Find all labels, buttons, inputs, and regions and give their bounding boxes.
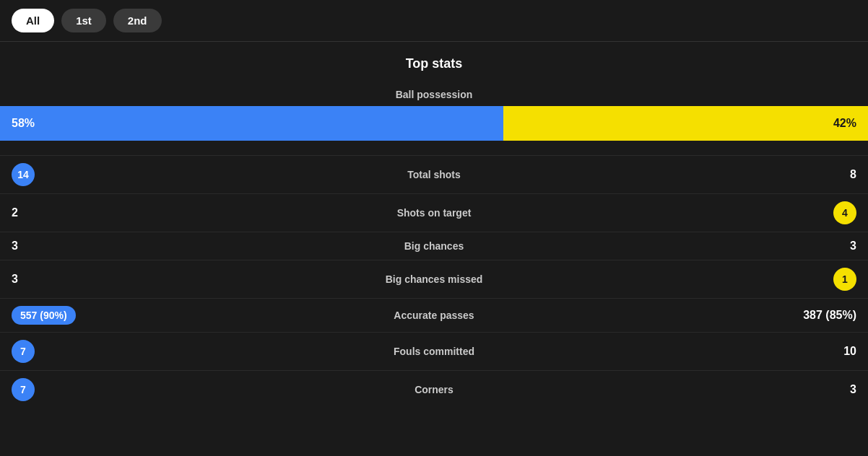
right-badge-yellow: 4: [833, 201, 856, 224]
stats-content: Top stats Ball possession 58% 42% 14Tota…: [0, 42, 868, 423]
possession-yellow-bar: 42%: [503, 106, 868, 141]
second-period-button[interactable]: 2nd: [113, 9, 162, 32]
right-badge-yellow: 1: [833, 268, 856, 291]
stat-row: 3Big chances missed1: [0, 260, 868, 298]
possession-blue-value: 58%: [12, 117, 35, 130]
stat-left-4: 557 (90%): [12, 306, 156, 325]
possession-yellow-value: 42%: [833, 117, 856, 130]
stat-left-5: 7: [12, 340, 156, 363]
stat-row: 557 (90%)Accurate passes387 (85%): [0, 298, 868, 332]
first-period-button[interactable]: 1st: [61, 9, 106, 32]
stat-label-2: Big chances: [156, 240, 712, 252]
possession-blue-bar: 58%: [0, 106, 503, 141]
possession-bar: 58% 42%: [0, 106, 868, 141]
stat-row: 3Big chances3: [0, 232, 868, 260]
period-filter-bar: All 1st 2nd: [0, 0, 868, 42]
stats-list: 14Total shots82Shots on target43Big chan…: [0, 155, 868, 408]
possession-label: Ball possession: [0, 89, 868, 100]
left-badge-blue: 7: [12, 378, 35, 401]
stat-row: 7Fouls committed10: [0, 332, 868, 370]
stat-row: 7Corners3: [0, 370, 868, 408]
stat-label-6: Corners: [156, 384, 712, 395]
left-badge-blue: 14: [12, 163, 35, 186]
stat-right-0: 8: [712, 168, 856, 181]
stat-label-1: Shots on target: [156, 207, 712, 219]
stat-row: 14Total shots8: [0, 155, 868, 193]
right-plain-value: 387 (85%): [803, 309, 856, 322]
stat-right-2: 3: [712, 240, 856, 253]
left-badge-blue: 7: [12, 340, 35, 363]
stat-right-4: 387 (85%): [712, 309, 856, 322]
all-period-button[interactable]: All: [12, 9, 54, 32]
right-plain-value: 10: [843, 345, 856, 358]
left-plain-value: 2: [12, 206, 18, 219]
stat-left-0: 14: [12, 163, 156, 186]
right-plain-value: 8: [850, 168, 856, 181]
left-plain-value: 3: [12, 273, 18, 286]
stat-right-5: 10: [712, 345, 856, 358]
stat-left-3: 3: [12, 273, 156, 286]
left-badge-blue-wide: 557 (90%): [12, 306, 76, 325]
stat-label-5: Fouls committed: [156, 346, 712, 357]
stat-right-1: 4: [712, 201, 856, 224]
right-plain-value: 3: [850, 240, 856, 253]
stat-left-1: 2: [12, 206, 156, 219]
stat-label-3: Big chances missed: [156, 273, 712, 285]
stat-label-4: Accurate passes: [156, 310, 712, 321]
left-plain-value: 3: [12, 240, 18, 253]
stat-left-6: 7: [12, 378, 156, 401]
stat-row: 2Shots on target4: [0, 193, 868, 232]
stat-left-2: 3: [12, 240, 156, 253]
stat-right-6: 3: [712, 383, 856, 396]
stat-label-0: Total shots: [156, 169, 712, 180]
right-plain-value: 3: [850, 383, 856, 396]
stat-right-3: 1: [712, 268, 856, 291]
section-title: Top stats: [0, 56, 868, 71]
